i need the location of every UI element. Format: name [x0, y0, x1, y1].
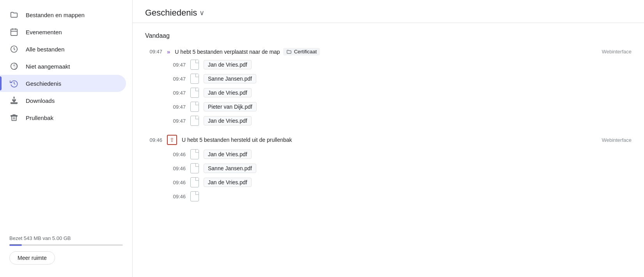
page-title: Geschiedenis — [145, 8, 197, 18]
event-time-restore: 09:46 — [145, 137, 162, 143]
file-time: 09:47 — [169, 118, 186, 124]
restore-box-icon: ⇧ — [167, 135, 177, 145]
history-group-restore: 09:46 ⇧ U hebt 5 bestanden hersteld uit … — [145, 132, 632, 203]
sidebar-item-downloads[interactable]: Downloads — [0, 92, 126, 109]
sidebar-item-prullenbak[interactable]: Prullenbak — [0, 109, 126, 126]
svg-rect-0 — [11, 29, 18, 36]
file-name: Jan de Vries.pdf — [204, 178, 252, 187]
sidebar-item-evenementen[interactable]: Evenementen — [0, 23, 126, 41]
history-event-restore: 09:46 ⇧ U hebt 5 bestanden hersteld uit … — [145, 132, 632, 147]
sidebar: Bestanden en mappen Evenementen Alle bes… — [0, 0, 133, 277]
list-item: 09:47 Pieter van Dijk.pdf — [145, 100, 632, 114]
meer-ruimte-button[interactable]: Meer ruimte — [9, 251, 55, 265]
history-group-move: 09:47 » U hebt 5 bestanden verplaatst na… — [145, 46, 632, 128]
main-content: Geschiedenis ∨ Vandaag 09:47 » U hebt 5 … — [133, 0, 644, 277]
list-item: 09:46 Jan de Vries.pdf — [145, 175, 632, 189]
clock-icon — [9, 44, 19, 54]
download-icon — [9, 96, 19, 105]
trash-icon — [9, 113, 19, 122]
pdf-icon — [190, 177, 199, 187]
chevron-down-icon[interactable]: ∨ — [199, 9, 204, 17]
folder-icon — [9, 10, 19, 19]
storage-bar-fill — [9, 244, 22, 246]
sidebar-item-niet-aangemaakt[interactable]: Niet aangemaakt — [0, 58, 126, 75]
file-time: 09:46 — [169, 194, 186, 199]
file-time: 09:46 — [169, 152, 186, 157]
history-event-move: 09:47 » U hebt 5 bestanden verplaatst na… — [145, 46, 632, 58]
pdf-icon — [190, 191, 199, 201]
list-item: 09:46 Sanne Jansen.pdf — [145, 161, 632, 175]
sidebar-item-label: Niet aangemaakt — [26, 63, 70, 70]
restore-icon: ⇧ — [167, 135, 177, 145]
file-time: 09:46 — [169, 180, 186, 185]
pdf-icon — [190, 102, 199, 112]
file-name: Sanne Jansen.pdf — [204, 164, 256, 173]
move-icon: » — [167, 48, 170, 55]
history-body: Vandaag 09:47 » U hebt 5 bestanden verpl… — [133, 23, 644, 277]
sidebar-bottom: Bezet 543 MB van 5.00 GB Meer ruimte — [0, 229, 132, 271]
event-time-move: 09:47 — [145, 49, 162, 55]
sidebar-item-label: Prullenbak — [26, 115, 53, 121]
file-time: 09:47 — [169, 62, 186, 68]
file-name: Pieter van Dijk.pdf — [204, 102, 257, 111]
pdf-icon — [190, 163, 199, 173]
list-item: 09:47 Sanne Jansen.pdf — [145, 72, 632, 86]
file-name: Jan de Vries.pdf — [204, 60, 252, 69]
file-name: Jan de Vries.pdf — [204, 150, 252, 159]
source-label-restore: Webinterface — [602, 137, 632, 143]
sidebar-item-label: Evenementen — [26, 29, 62, 35]
file-name: Jan de Vries.pdf — [204, 88, 252, 97]
list-item: 09:46 — [145, 189, 632, 203]
sidebar-item-label: Geschiedenis — [26, 80, 61, 87]
file-name: Jan de Vries.pdf — [204, 116, 252, 125]
list-item: 09:46 Jan de Vries.pdf — [145, 147, 632, 161]
file-name: Sanne Jansen.pdf — [204, 74, 256, 83]
event-text-restore: U hebt 5 bestanden hersteld uit de prull… — [182, 137, 597, 143]
file-time: 09:47 — [169, 76, 186, 82]
calendar-icon — [9, 27, 19, 37]
pdf-icon — [190, 60, 199, 70]
history-icon — [9, 79, 19, 88]
pdf-icon — [190, 74, 199, 84]
event-text-move: U hebt 5 bestanden verplaatst naar de ma… — [175, 48, 597, 55]
main-header: Geschiedenis ∨ — [133, 0, 644, 23]
sidebar-item-geschiedenis[interactable]: Geschiedenis — [0, 75, 126, 92]
sidebar-item-label: Bestanden en mappen — [26, 12, 85, 18]
file-time: 09:46 — [169, 166, 186, 171]
sidebar-item-alle-bestanden[interactable]: Alle bestanden — [0, 41, 126, 58]
storage-label: Bezet 543 MB van 5.00 GB — [9, 235, 123, 241]
pdf-icon — [190, 88, 199, 98]
event-description-restore: U hebt 5 bestanden hersteld uit de prull… — [182, 137, 292, 143]
list-item: 09:47 Jan de Vries.pdf — [145, 114, 632, 128]
section-date-today: Vandaag — [145, 32, 632, 39]
pdf-icon — [190, 149, 199, 159]
file-time: 09:47 — [169, 104, 186, 110]
clock-half-icon — [9, 62, 19, 71]
event-description: U hebt 5 bestanden verplaatst naar de ma… — [175, 49, 280, 55]
folder-chip: Certificaat — [283, 48, 320, 55]
sidebar-item-bestanden[interactable]: Bestanden en mappen — [0, 6, 126, 23]
sidebar-item-label: Alle bestanden — [26, 46, 64, 53]
sidebar-item-label: Downloads — [26, 97, 55, 104]
storage-bar-bg — [9, 244, 123, 246]
folder-name: Certificaat — [294, 49, 317, 55]
pdf-icon — [190, 116, 199, 126]
file-time: 09:47 — [169, 90, 186, 96]
list-item: 09:47 Jan de Vries.pdf — [145, 86, 632, 100]
list-item: 09:47 Jan de Vries.pdf — [145, 58, 632, 72]
source-label-move: Webinterface — [602, 49, 632, 55]
